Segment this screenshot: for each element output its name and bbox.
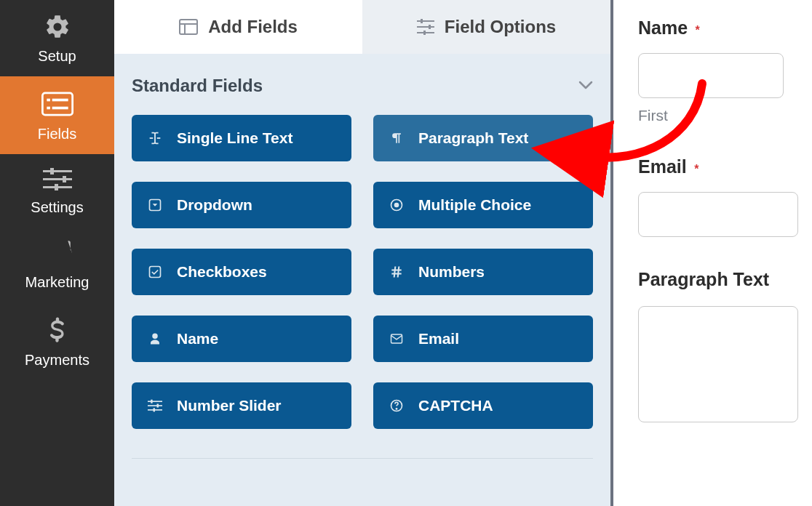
sidebar-label: Payments	[25, 352, 89, 369]
required-asterisk: *	[694, 163, 698, 175]
question-circle-icon	[388, 397, 405, 414]
field-single-line-text[interactable]: Single Line Text	[132, 115, 351, 161]
envelope-icon	[388, 330, 405, 348]
svg-rect-18	[429, 25, 431, 29]
preview-email-block: Email *	[638, 156, 812, 237]
field-label: CAPTCHA	[418, 397, 493, 414]
svg-point-38	[396, 409, 397, 409]
form-layout-icon	[179, 19, 198, 35]
svg-rect-11	[180, 20, 197, 34]
field-label: Name	[177, 330, 218, 348]
field-email[interactable]: Email	[373, 316, 593, 362]
svg-rect-0	[42, 93, 72, 115]
sidebar-label: Fields	[38, 126, 76, 142]
chevron-down-icon	[578, 79, 593, 92]
svg-point-24	[395, 204, 399, 207]
svg-rect-6	[43, 178, 72, 180]
svg-line-29	[398, 267, 399, 278]
gear-icon	[44, 13, 71, 44]
field-dropdown[interactable]: Dropdown	[132, 182, 351, 228]
svg-rect-14	[417, 20, 434, 22]
field-label: Email	[418, 330, 459, 348]
preview-name-sublabel: First	[638, 107, 812, 124]
list-icon	[41, 89, 73, 121]
svg-rect-35	[157, 404, 159, 408]
svg-rect-8	[50, 168, 54, 174]
preview-email-label: Email	[638, 156, 687, 177]
svg-rect-32	[148, 405, 162, 406]
svg-rect-25	[150, 267, 161, 278]
tab-field-options[interactable]: Field Options	[362, 0, 610, 54]
sliders-icon	[417, 19, 434, 35]
field-label: Multiple Choice	[418, 196, 531, 214]
svg-rect-19	[423, 31, 426, 35]
user-icon	[146, 330, 164, 348]
field-label: Numbers	[418, 263, 485, 281]
caret-square-icon	[146, 196, 164, 214]
sidebar-label: Setup	[38, 48, 76, 65]
fields-panel: Add Fields Field Options Standard Fields…	[114, 0, 613, 506]
svg-rect-31	[148, 401, 162, 402]
panel-tabs: Add Fields Field Options	[114, 0, 610, 54]
sidebar-label: Settings	[31, 199, 83, 216]
section-title: Standard Fields	[132, 76, 263, 96]
svg-rect-9	[63, 176, 66, 182]
divider	[132, 458, 593, 459]
sidebar: Setup Fields Settings Marketing Payments	[0, 0, 114, 506]
preview-name-block: Name * First	[638, 17, 812, 124]
sidebar-item-marketing[interactable]: Marketing	[0, 228, 114, 302]
field-label: Paragraph Text	[418, 129, 528, 147]
svg-rect-2	[52, 99, 68, 102]
field-label: Checkboxes	[177, 263, 267, 281]
field-multiple-choice[interactable]: Multiple Choice	[373, 182, 593, 228]
preview-paragraph-label: Paragraph Text	[638, 269, 769, 289]
checkbox-icon	[146, 263, 164, 281]
field-name[interactable]: Name	[132, 316, 351, 362]
field-paragraph-text[interactable]: Paragraph Text	[373, 115, 593, 161]
field-captcha[interactable]: CAPTCHA	[373, 382, 593, 429]
sidebar-label: Marketing	[25, 274, 89, 291]
tab-label: Field Options	[445, 17, 556, 37]
sidebar-item-fields[interactable]: Fields	[0, 76, 114, 154]
radio-icon	[388, 196, 405, 214]
field-numbers[interactable]: Numbers	[373, 249, 593, 295]
hash-icon	[388, 263, 405, 281]
field-grid: Single Line Text Paragraph Text Dropdown…	[132, 115, 593, 429]
preview-paragraph-block: Paragraph Text	[638, 269, 812, 422]
field-label: Dropdown	[177, 196, 252, 214]
svg-rect-4	[52, 107, 68, 110]
preview-email-input[interactable]	[638, 192, 798, 237]
preview-name-label: Name	[638, 17, 688, 38]
sidebar-item-settings[interactable]: Settings	[0, 154, 114, 228]
sidebar-item-setup[interactable]: Setup	[0, 0, 114, 76]
sidebar-item-payments[interactable]: Payments	[0, 302, 114, 380]
form-preview: Name * First Email * Paragraph Text	[613, 0, 812, 506]
required-asterisk: *	[696, 24, 700, 36]
field-label: Number Slider	[177, 397, 282, 414]
bullhorn-icon	[43, 241, 72, 270]
pilcrow-icon	[388, 129, 405, 147]
svg-rect-34	[151, 400, 153, 403]
tab-add-fields[interactable]: Add Fields	[114, 0, 362, 54]
section-header[interactable]: Standard Fields	[132, 76, 593, 96]
field-number-slider[interactable]: Number Slider	[132, 382, 351, 429]
svg-rect-3	[47, 107, 50, 110]
sliders-icon	[146, 397, 164, 414]
preview-first-name-input[interactable]	[638, 53, 784, 98]
svg-rect-1	[47, 99, 50, 102]
svg-rect-10	[55, 184, 58, 190]
svg-rect-5	[43, 170, 72, 172]
svg-rect-36	[154, 408, 156, 411]
svg-rect-17	[421, 19, 423, 23]
sliders-icon	[43, 167, 72, 195]
tab-label: Add Fields	[208, 17, 298, 37]
field-label: Single Line Text	[177, 129, 292, 147]
svg-rect-15	[417, 26, 434, 28]
text-cursor-icon	[146, 129, 164, 147]
svg-line-28	[394, 267, 396, 278]
field-checkboxes[interactable]: Checkboxes	[132, 249, 351, 295]
dollar-icon	[49, 316, 65, 348]
preview-paragraph-textarea[interactable]	[638, 306, 798, 422]
